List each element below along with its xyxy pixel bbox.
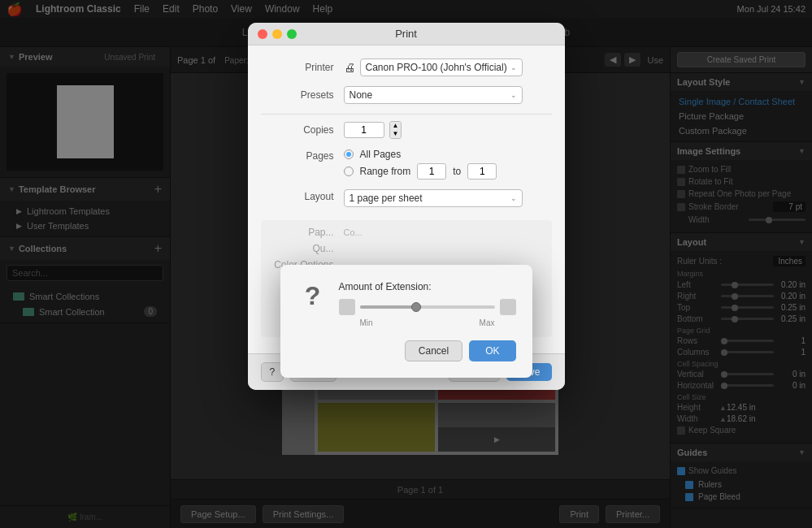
print-dialog-overlay: Print Printer 🖨 Canon PRO-100 (John's Of… [0,0,812,528]
ext-dialog: ? Amount of Extension: ▪ ▪▪ Min Max [280,265,532,378]
ext-slider-fill [360,305,414,309]
ext-question-mark: ? [297,281,329,311]
ext-slider-max-icon: ▪▪ [500,299,516,315]
ext-slider-min-icon: ▪ [339,299,355,315]
ext-cancel-btn[interactable]: Cancel [405,340,462,361]
ext-slider-max-label: Max [480,318,495,327]
ext-slider-thumb[interactable] [411,302,421,312]
ext-dialog-overlay: ? Amount of Extension: ▪ ▪▪ Min Max [0,0,812,528]
ext-dialog-label: Amount of Extension: [339,281,516,292]
ext-ok-btn[interactable]: OK [469,340,515,361]
ext-slider-track [360,305,495,309]
ext-slider-min-label: Min [360,318,373,327]
